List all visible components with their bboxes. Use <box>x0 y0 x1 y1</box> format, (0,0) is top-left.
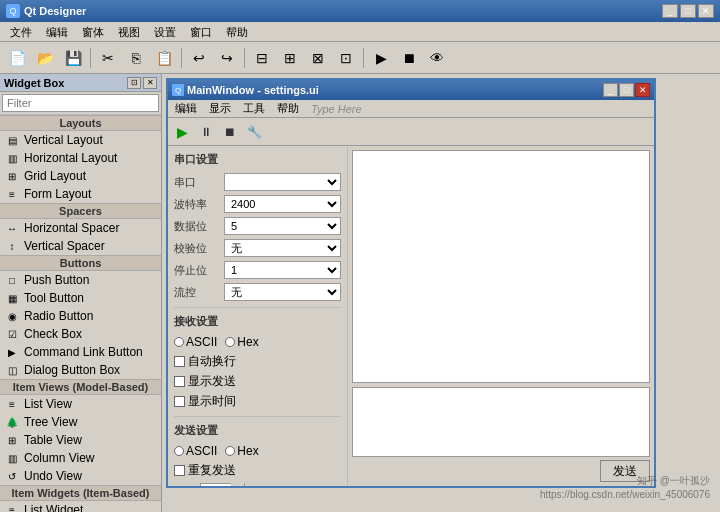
category-spacers: Spacers <box>0 203 161 219</box>
widget-item-list-view[interactable]: ≡ List View <box>0 395 161 413</box>
time-input[interactable] <box>201 485 231 486</box>
menu-settings[interactable]: 设置 <box>148 24 182 39</box>
close-button[interactable]: ✕ <box>698 4 714 18</box>
widget-item-grid-layout[interactable]: ⊞ Grid Layout <box>0 167 161 185</box>
baud-select[interactable]: 2400 <box>224 195 341 213</box>
toolbar-new[interactable]: 📄 <box>4 46 30 70</box>
widget-item-table-view[interactable]: ⊞ Table View <box>0 431 161 449</box>
menu-file[interactable]: 文件 <box>4 24 38 39</box>
toolbar-open[interactable]: 📂 <box>32 46 58 70</box>
minimize-button[interactable]: _ <box>662 4 678 18</box>
toolbar-cut[interactable]: ✂ <box>95 46 121 70</box>
widget-item-push-button[interactable]: □ Push Button <box>0 271 161 289</box>
widget-item-list-widget[interactable]: ≡ List Widget <box>0 501 161 512</box>
send-radio-hex[interactable]: Hex <box>225 444 258 458</box>
show-time-row[interactable]: 显示时间 <box>174 393 341 410</box>
inner-toolbar-pause[interactable]: ⏸ <box>195 121 217 143</box>
time-spin-up[interactable]: ▲ <box>232 483 244 486</box>
toolbar-layout-g[interactable]: ⊠ <box>305 46 331 70</box>
inner-maximize-button[interactable]: □ <box>619 83 634 97</box>
flow-select[interactable]: 无 <box>224 283 341 301</box>
filter-input[interactable] <box>2 94 159 112</box>
send-radio-ascii[interactable]: ASCII <box>174 444 217 458</box>
show-send-row[interactable]: 显示发送 <box>174 373 341 390</box>
toolbar-run[interactable]: ▶ <box>368 46 394 70</box>
stopbits-row: 停止位 1 <box>174 261 341 279</box>
widget-item-tool-button[interactable]: ▦ Tool Button <box>0 289 161 307</box>
send-hex-radio-label: Hex <box>237 444 258 458</box>
port-label: 串口 <box>174 175 224 190</box>
toolbar-stop[interactable]: ⏹ <box>396 46 422 70</box>
auto-newline-row[interactable]: 自动换行 <box>174 353 341 370</box>
toolbar-sep-3 <box>244 48 245 68</box>
widget-item-undo-view[interactable]: ↺ Undo View <box>0 467 161 485</box>
widget-item-tree-view[interactable]: 🌲 Tree View <box>0 413 161 431</box>
widget-item-v-spacer[interactable]: ↕ Vertical Spacer <box>0 237 161 255</box>
command-link-icon: ▶ <box>4 345 20 359</box>
receive-textarea[interactable] <box>352 150 650 383</box>
inner-menu-view[interactable]: 显示 <box>204 101 236 116</box>
repeat-send-checkbox[interactable] <box>174 465 185 476</box>
watermark: 知乎 @一叶孤沙https://blog.csdn.net/weixin_450… <box>540 474 710 502</box>
send-textarea[interactable] <box>352 387 650 457</box>
toolbar-undo[interactable]: ↩ <box>186 46 212 70</box>
widget-item-label: Radio Button <box>24 309 93 323</box>
inner-toolbar-play[interactable]: ▶ <box>171 121 193 143</box>
widget-item-dialog-btn-box[interactable]: ◫ Dialog Button Box <box>0 361 161 379</box>
inner-minimize-button[interactable]: _ <box>603 83 618 97</box>
toolbar-copy[interactable]: ⎘ <box>123 46 149 70</box>
category-item-widgets: Item Widgets (Item-Based) <box>0 485 161 501</box>
inner-menu-type-here[interactable]: Type Here <box>306 103 367 115</box>
widget-item-check-box[interactable]: ☑ Check Box <box>0 325 161 343</box>
widget-box-close[interactable]: ✕ <box>143 77 157 89</box>
inner-close-button[interactable]: ✕ <box>635 83 650 97</box>
widget-item-h-spacer[interactable]: ↔ Horizontal Spacer <box>0 219 161 237</box>
widget-item-horizontal-layout[interactable]: ▥ Horizontal Layout <box>0 149 161 167</box>
inner-toolbar-wrench[interactable]: 🔧 <box>243 121 265 143</box>
port-select[interactable] <box>224 173 341 191</box>
widget-item-label: Dialog Button Box <box>24 363 120 377</box>
list-widget-icon: ≡ <box>4 503 20 512</box>
menu-help[interactable]: 帮助 <box>220 24 254 39</box>
receive-radio-hex[interactable]: Hex <box>225 335 258 349</box>
repeat-send-row[interactable]: 重复发送 <box>174 462 341 479</box>
maximize-button[interactable]: □ <box>680 4 696 18</box>
toolbar-layout-h[interactable]: ⊟ <box>249 46 275 70</box>
toolbar-redo[interactable]: ↪ <box>214 46 240 70</box>
databits-select[interactable]: 5 <box>224 217 341 235</box>
stopbits-select[interactable]: 1 <box>224 261 341 279</box>
menu-edit[interactable]: 编辑 <box>40 24 74 39</box>
toolbar-layout-v[interactable]: ⊞ <box>277 46 303 70</box>
parity-select[interactable]: 无 <box>224 239 341 257</box>
menu-view[interactable]: 视图 <box>112 24 146 39</box>
sep-1 <box>174 307 341 308</box>
widget-item-radio-button[interactable]: ◉ Radio Button <box>0 307 161 325</box>
show-time-checkbox[interactable] <box>174 396 185 407</box>
menu-form[interactable]: 窗体 <box>76 24 110 39</box>
inner-menu-help[interactable]: 帮助 <box>272 101 304 116</box>
grid-layout-icon: ⊞ <box>4 169 20 183</box>
widget-box-float[interactable]: ⊡ <box>127 77 141 89</box>
widget-item-label: Grid Layout <box>24 169 86 183</box>
widget-item-column-view[interactable]: ▥ Column View <box>0 449 161 467</box>
inner-menu-edit[interactable]: 编辑 <box>170 101 202 116</box>
time-input-wrap: ▲ ▼ <box>200 483 245 486</box>
auto-newline-checkbox[interactable] <box>174 356 185 367</box>
show-send-checkbox[interactable] <box>174 376 185 387</box>
widget-item-form-layout[interactable]: ≡ Form Layout <box>0 185 161 203</box>
toolbar-save[interactable]: 💾 <box>60 46 86 70</box>
widget-item-command-link[interactable]: ▶ Command Link Button <box>0 343 161 361</box>
receive-radio-ascii[interactable]: ASCII <box>174 335 217 349</box>
toolbar-layout-f[interactable]: ⊡ <box>333 46 359 70</box>
radio-button-icon: ◉ <box>4 309 20 323</box>
receive-radio-group: ASCII Hex <box>174 335 341 349</box>
inner-toolbar-stop[interactable]: ⏹ <box>219 121 241 143</box>
inner-menu-tools[interactable]: 工具 <box>238 101 270 116</box>
toolbar-preview[interactable]: 👁 <box>424 46 450 70</box>
menu-window[interactable]: 窗口 <box>184 24 218 39</box>
widget-box-header: Widget Box ⊡ ✕ <box>0 74 161 92</box>
toolbar-paste[interactable]: 📋 <box>151 46 177 70</box>
time-row: 时间 ▲ ▼ <box>174 483 341 486</box>
widget-item-label: Tool Button <box>24 291 84 305</box>
widget-item-vertical-layout[interactable]: ▤ Vertical Layout <box>0 131 161 149</box>
